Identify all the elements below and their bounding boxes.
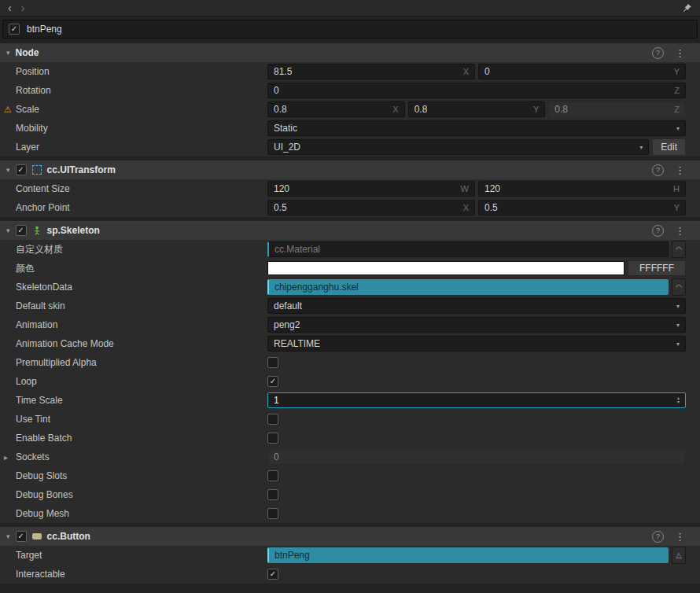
axis-y-label: Y — [669, 203, 680, 212]
cache-mode-select[interactable]: REALTIME ▾ — [267, 336, 686, 352]
anchor-y-input[interactable]: 0.5 Y — [478, 200, 686, 215]
property-row-rotation: Rotation 0 Z — [0, 81, 700, 100]
color-hex-value[interactable]: FFFFFF — [628, 260, 686, 276]
property-row-anchor-point: Anchor Point 0.5 X 0.5 Y — [0, 198, 700, 217]
menu-dots-icon[interactable]: ⋮ — [675, 164, 685, 176]
menu-dots-icon[interactable]: ⋮ — [675, 531, 685, 543]
scale-x-input[interactable]: 0.8 X — [267, 101, 405, 117]
debug-mesh-checkbox[interactable] — [267, 508, 278, 519]
property-row-layer: Layer UI_2D ▾ Edit — [0, 138, 700, 157]
use-tint-checkbox[interactable] — [267, 414, 278, 425]
node-name-bar: ✓ btnPeng — [2, 20, 698, 39]
property-row-skeleton-data: SkeletonData chipengganghu.skel ◠ — [0, 278, 700, 296]
axis-z-label: Z — [669, 86, 680, 95]
debug-slots-label: Debug Slots — [0, 470, 267, 481]
layer-edit-button[interactable]: Edit — [652, 138, 686, 156]
property-row-custom-material: 自定义材质 cc.Material ◠ — [0, 240, 700, 259]
uitransform-section-header[interactable]: ▾ ✓ cc.UITransform ? ⋮ — [0, 160, 700, 179]
uitransform-enabled-checkbox[interactable]: ✓ — [16, 164, 27, 175]
asset-picker-icon[interactable]: ◠ — [672, 241, 686, 258]
sockets-label[interactable]: ▸ Sockets — [0, 451, 267, 462]
skeleton-section-header[interactable]: ▾ ✓ sp.Skeleton ? ⋮ — [0, 221, 700, 240]
debug-slots-checkbox[interactable] — [267, 470, 278, 481]
warning-icon: ⚠ — [4, 105, 16, 115]
property-row-use-tint: Use Tint — [0, 410, 700, 429]
loop-checkbox[interactable]: ✓ — [267, 376, 278, 387]
axis-w-label: W — [456, 184, 469, 193]
content-size-w-input[interactable]: 120 W — [267, 181, 475, 197]
skeleton-data-field[interactable]: chipengganghu.skel — [267, 279, 669, 295]
number-stepper[interactable]: ▴ ▾ — [677, 396, 680, 404]
chevron-down-icon[interactable]: ▾ — [6, 227, 10, 234]
node-active-checkbox[interactable]: ✓ — [9, 24, 20, 35]
help-icon[interactable]: ? — [652, 225, 664, 237]
axis-z-label: Z — [669, 105, 680, 114]
property-row-debug-mesh: Debug Mesh — [0, 504, 700, 523]
anchor-x-input[interactable]: 0.5 X — [267, 200, 475, 215]
chevron-right-icon[interactable]: ▸ — [4, 453, 16, 462]
menu-dots-icon[interactable]: ⋮ — [675, 225, 685, 237]
property-row-position: Position 81.5 X 0 Y — [0, 62, 700, 81]
property-row-default-skin: Default skin default ▾ — [0, 296, 700, 315]
debug-bones-checkbox[interactable] — [267, 489, 278, 500]
property-row-debug-bones: Debug Bones — [0, 485, 700, 504]
node-section-header[interactable]: ▾ Node ? ⋮ — [0, 43, 700, 62]
skeleton-section: ▾ ✓ sp.Skeleton ? ⋮ 自定义材质 cc.Material ◠ … — [0, 221, 700, 523]
mobility-select[interactable]: Static ▾ — [267, 120, 686, 136]
asset-picker-icon[interactable]: ◠ — [672, 278, 686, 296]
sockets-count-input[interactable]: 0 — [267, 449, 686, 465]
property-row-mobility: Mobility Static ▾ — [0, 119, 700, 138]
premultiplied-alpha-checkbox[interactable] — [267, 357, 278, 368]
button-enabled-checkbox[interactable]: ✓ — [16, 531, 27, 542]
section-title-skeleton: sp.Skeleton — [47, 225, 100, 236]
uitransform-icon — [32, 165, 42, 175]
default-skin-select[interactable]: default ▾ — [267, 298, 686, 314]
property-row-enable-batch: Enable Batch — [0, 429, 700, 448]
help-icon[interactable]: ? — [652, 47, 664, 59]
animation-select[interactable]: peng2 ▾ — [267, 317, 686, 333]
chevron-down-icon[interactable]: ▾ — [6, 49, 10, 57]
stepper-down-icon[interactable]: ▾ — [677, 400, 680, 404]
cache-mode-label: Animation Cache Mode — [0, 338, 267, 349]
chevron-down-icon[interactable]: ▾ — [6, 166, 10, 174]
time-scale-input[interactable]: 1 ▴ ▾ — [267, 392, 686, 408]
property-row-sockets: ▸ Sockets 0 — [0, 448, 700, 466]
property-row-content-size: Content Size 120 W 120 H — [0, 179, 700, 198]
layer-select[interactable]: UI_2D ▾ — [267, 139, 649, 155]
forward-icon[interactable]: › — [21, 1, 25, 15]
help-icon[interactable]: ? — [652, 164, 664, 176]
property-row-loop: Loop ✓ — [0, 372, 700, 391]
button-section: ▾ ✓ cc.Button ? ⋮ Target btnPeng △ Inter… — [0, 527, 700, 584]
position-x-input[interactable]: 81.5 X — [267, 64, 475, 79]
custom-material-field[interactable]: cc.Material — [267, 241, 669, 257]
property-row-animation: Animation peng2 ▾ — [0, 315, 700, 334]
button-section-header[interactable]: ▾ ✓ cc.Button ? ⋮ — [0, 527, 700, 546]
position-label: Position — [0, 66, 267, 77]
content-size-h-input[interactable]: 120 H — [478, 181, 686, 197]
help-icon[interactable]: ? — [652, 531, 664, 543]
position-y-input[interactable]: 0 Y — [478, 64, 686, 79]
skeleton-enabled-checkbox[interactable]: ✓ — [16, 225, 27, 236]
mobility-label: Mobility — [0, 123, 267, 134]
inspector-topbar: ‹ › — [0, 0, 700, 17]
node-picker-icon[interactable]: △ — [672, 547, 686, 564]
target-node-field[interactable]: btnPeng — [267, 547, 669, 563]
rotation-z-input[interactable]: 0 Z — [267, 83, 686, 98]
color-swatch[interactable] — [267, 261, 624, 275]
back-icon[interactable]: ‹ — [8, 1, 12, 15]
anchor-point-label: Anchor Point — [0, 202, 267, 213]
menu-dots-icon[interactable]: ⋮ — [675, 47, 685, 59]
skeleton-data-label: SkeletonData — [0, 282, 267, 293]
chevron-down-icon[interactable]: ▾ — [6, 532, 10, 540]
chevron-down-icon: ▾ — [672, 322, 680, 329]
property-row-premultiplied-alpha: Premultiplied Alpha — [0, 353, 700, 372]
scale-y-input[interactable]: 0.8 Y — [408, 101, 546, 117]
pin-icon[interactable] — [683, 3, 692, 13]
interactable-checkbox[interactable]: ✓ — [267, 569, 278, 580]
loop-label: Loop — [0, 376, 267, 387]
node-name-input[interactable]: btnPeng — [27, 24, 691, 35]
scale-z-input[interactable]: 0.8 Z — [548, 101, 686, 117]
property-row-debug-slots: Debug Slots — [0, 466, 700, 485]
debug-bones-label: Debug Bones — [0, 489, 267, 500]
enable-batch-checkbox[interactable] — [267, 433, 278, 444]
